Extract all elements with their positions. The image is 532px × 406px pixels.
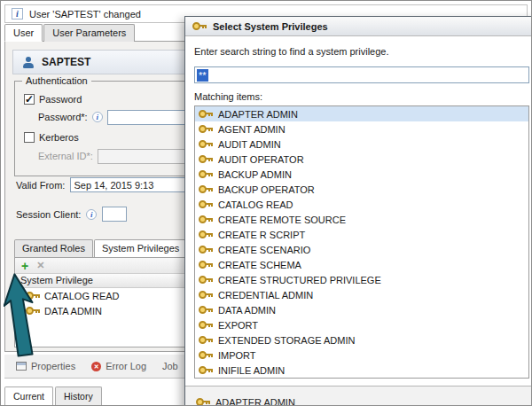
list-item-label: DATA ADMIN xyxy=(218,305,276,316)
session-client-label: Session Client: xyxy=(16,209,81,220)
list-item[interactable]: AUDIT OPERATOR xyxy=(195,152,528,167)
tab-error-log[interactable]: Error Log xyxy=(83,358,154,374)
privilege-list: ADAPTER ADMIN AGENT ADMIN AUDIT ADMIN AU… xyxy=(194,105,529,379)
authentication-group-label: Authentication xyxy=(22,75,91,86)
privilege-tabs: Granted Roles System Privileges C xyxy=(14,239,212,257)
remove-privilege-button[interactable]: ✕ xyxy=(36,260,44,271)
user-name: SAPTEST xyxy=(42,56,90,68)
properties-icon xyxy=(16,362,27,371)
list-item[interactable]: ADAPTER ADMIN xyxy=(195,106,528,121)
list-item[interactable]: AUDIT ADMIN xyxy=(195,137,528,152)
password-checkbox-label: Password xyxy=(39,94,82,105)
key-icon xyxy=(199,366,213,374)
list-item[interactable]: INIFILE ADMIN xyxy=(195,363,528,378)
list-item[interactable]: IMPORT xyxy=(195,347,528,363)
key-icon xyxy=(199,321,213,329)
key-icon xyxy=(196,398,210,406)
list-item-label: EXPORT xyxy=(218,320,258,331)
dialog-instruction: Enter search string to find a system pri… xyxy=(194,46,529,57)
footer-tabs: Current History xyxy=(4,386,102,406)
list-item-label: BACKUP OPERATOR xyxy=(218,184,315,195)
key-icon xyxy=(199,351,213,359)
tab-user[interactable]: User xyxy=(4,24,43,42)
list-item-label: AGENT ADMIN xyxy=(218,124,286,135)
valid-from-label: Valid From: xyxy=(16,180,65,191)
tab-current[interactable]: Current xyxy=(4,386,53,406)
key-icon xyxy=(199,276,213,284)
info-icon: i xyxy=(12,8,23,20)
app-window: i User 'SAPTEST' changed User User Param… xyxy=(0,0,532,406)
dialog-title-bar[interactable]: Select System Privileges xyxy=(185,17,532,36)
tab-system-privileges[interactable]: System Privileges xyxy=(94,239,187,257)
properties-label: Properties xyxy=(31,361,75,371)
tab-history[interactable]: History xyxy=(55,386,102,406)
key-icon xyxy=(199,140,213,148)
selected-privilege-detail: ADAPTER ADMIN xyxy=(185,386,532,406)
key-icon xyxy=(199,230,213,238)
search-input[interactable]: ** xyxy=(194,66,529,83)
list-item[interactable]: CREATE SCHEMA xyxy=(195,257,528,272)
list-item-label: IMPORT xyxy=(218,350,256,361)
user-icon xyxy=(22,56,35,69)
key-icon xyxy=(199,306,213,314)
privilege-name: CATALOG READ xyxy=(44,291,120,301)
list-item-label: AUDIT OPERATOR xyxy=(218,154,304,165)
list-item-label: CREDENTIAL ADMIN xyxy=(218,290,313,301)
tab-user-parameters[interactable]: User Parameters xyxy=(43,24,135,42)
privilege-name: DATA ADMIN xyxy=(44,306,102,316)
list-item[interactable]: AGENT ADMIN xyxy=(195,121,528,137)
list-item-label: CREATE SCHEMA xyxy=(218,260,301,270)
key-icon xyxy=(199,125,213,133)
list-item-label: CATALOG READ xyxy=(218,199,293,210)
key-icon xyxy=(199,246,213,254)
list-item-label: BACKUP ADMIN xyxy=(218,169,292,180)
notification-text: User 'SAPTEST' changed xyxy=(29,9,141,20)
password-checkbox[interactable] xyxy=(24,94,35,105)
session-client-info-icon: i xyxy=(86,209,97,220)
dialog-body: Enter search string to find a system pri… xyxy=(185,36,532,406)
list-item[interactable]: CATALOG READ xyxy=(195,197,528,212)
list-item-label: EXTENDED STORAGE ADMIN xyxy=(218,335,355,346)
external-id-label: External ID*: xyxy=(38,151,93,161)
select-system-privileges-dialog: Select System Privileges Enter search st… xyxy=(184,16,532,406)
key-icon xyxy=(199,261,213,269)
add-privilege-button[interactable]: + xyxy=(21,260,28,272)
editor-tabs: User User Parameters xyxy=(4,24,136,42)
list-item-label: INIFILE ADMIN xyxy=(218,365,285,376)
key-icon xyxy=(199,200,213,208)
tab-properties[interactable]: Properties xyxy=(8,358,83,374)
session-client-input[interactable] xyxy=(102,207,127,222)
list-item[interactable]: BACKUP ADMIN xyxy=(195,167,528,182)
list-item[interactable]: CREATE SCENARIO xyxy=(195,242,528,257)
list-item[interactable]: CREATE STRUCTURED PRIVILEGE xyxy=(195,272,528,287)
selected-privilege-name: ADAPTER ADMIN xyxy=(215,397,295,406)
list-item-label: AUDIT ADMIN xyxy=(218,139,281,150)
job-label: Job xyxy=(162,361,178,371)
list-item-label: CREATE STRUCTURED PRIVILEGE xyxy=(218,275,381,285)
annotation-arrow xyxy=(4,272,39,359)
tab-granted-roles[interactable]: Granted Roles xyxy=(14,239,93,257)
error-log-label: Error Log xyxy=(106,361,146,371)
external-id-input xyxy=(98,149,186,164)
list-item[interactable]: EXPORT xyxy=(195,317,528,332)
key-icon xyxy=(199,155,213,163)
kerberos-checkbox-label: Kerberos xyxy=(39,132,79,143)
list-item[interactable]: CREDENTIAL ADMIN xyxy=(195,287,528,302)
key-icon xyxy=(199,291,213,299)
list-item[interactable]: BACKUP OPERATOR xyxy=(195,182,528,197)
key-icon xyxy=(199,215,213,223)
list-item[interactable]: DATA ADMIN xyxy=(195,302,528,317)
list-item-label: ADAPTER ADMIN xyxy=(218,109,298,120)
error-log-icon xyxy=(91,362,101,371)
dialog-title: Select System Privileges xyxy=(213,21,328,32)
list-item[interactable]: CREATE REMOTE SOURCE xyxy=(195,212,528,227)
list-item[interactable]: CREATE R SCRIPT xyxy=(195,227,528,242)
list-item-label: CREATE R SCRIPT xyxy=(218,230,305,240)
key-icon xyxy=(192,22,207,30)
tab-job[interactable]: Job xyxy=(154,358,186,374)
list-item[interactable]: EXTENDED STORAGE ADMIN xyxy=(195,332,528,347)
password-info-icon: i xyxy=(92,112,103,122)
kerberos-checkbox[interactable] xyxy=(24,132,35,143)
key-icon xyxy=(199,110,213,118)
matching-items-label: Matching items: xyxy=(194,91,529,102)
